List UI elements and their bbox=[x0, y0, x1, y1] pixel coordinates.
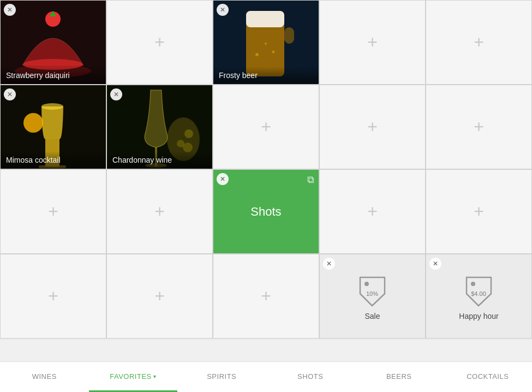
cell-label-r1c0: Mimosa cocktail bbox=[1, 151, 106, 169]
grid-cell-r0c4[interactable]: + bbox=[426, 0, 532, 85]
grid-cell-r3c2[interactable]: + bbox=[213, 254, 319, 338]
close-btn-r3c3[interactable]: ✕ bbox=[323, 258, 335, 270]
nav-label-wines: WINES bbox=[32, 372, 57, 381]
svg-point-23 bbox=[364, 282, 369, 286]
close-btn-r1c1[interactable]: ✕ bbox=[110, 88, 122, 100]
plus-icon-r0c1: + bbox=[154, 32, 165, 52]
discount-label-r3c4: Happy hour bbox=[459, 312, 498, 320]
close-btn-r0c2[interactable]: ✕ bbox=[217, 4, 229, 16]
svg-point-9 bbox=[265, 43, 267, 45]
plus-icon-r2c1: + bbox=[154, 201, 165, 222]
grid-cell-r3c4[interactable]: ✕ $4.00 Happy hour bbox=[426, 254, 532, 338]
plus-icon-r3c1: + bbox=[154, 286, 165, 306]
grid-container: ✕Strawberry daiquiri+ ✕Frosty beer++ ✕Mi… bbox=[0, 0, 532, 340]
nav-label-favorites: FAVORITES bbox=[110, 372, 152, 381]
plus-icon-r3c0: + bbox=[48, 286, 58, 306]
grid-cell-r2c4[interactable]: + bbox=[426, 169, 532, 254]
discount-label-r3c3: Sale bbox=[364, 312, 380, 320]
close-btn-r2c2[interactable]: ✕ bbox=[217, 173, 229, 185]
svg-point-14 bbox=[41, 103, 63, 110]
shots-label: Shots bbox=[250, 205, 281, 219]
svg-point-10 bbox=[272, 51, 275, 54]
grid-cell-r2c0[interactable]: + bbox=[0, 169, 106, 254]
grid-cell-r1c3[interactable]: + bbox=[319, 85, 426, 169]
grid-cell-r1c2[interactable]: + bbox=[213, 85, 319, 169]
nav-item-favorites[interactable]: FAVORITES▾ bbox=[89, 362, 178, 392]
grid-cell-r0c3[interactable]: + bbox=[319, 0, 426, 85]
plus-icon-r0c4: + bbox=[474, 32, 484, 52]
tag-icon-r3c3: 10% bbox=[355, 272, 390, 307]
cell-label-r1c1: Chardonnay wine bbox=[107, 151, 212, 169]
svg-text:$4.00: $4.00 bbox=[471, 290, 486, 297]
grid-cell-r0c2[interactable]: ✕Frosty beer bbox=[213, 0, 319, 85]
grid-cell-r3c0[interactable]: + bbox=[0, 254, 106, 338]
bottom-nav: WINESFAVORITES▾SPIRITSSHOTSBEERSCOCKTAIL… bbox=[0, 361, 532, 392]
svg-point-25 bbox=[471, 282, 475, 286]
copy-icon[interactable]: ⧉ bbox=[307, 174, 314, 186]
plus-icon-r0c3: + bbox=[367, 32, 378, 52]
nav-item-beers[interactable]: BEERS bbox=[355, 362, 444, 392]
nav-item-wines[interactable]: WINES bbox=[0, 362, 89, 392]
svg-point-8 bbox=[255, 53, 259, 56]
grid-cell-r2c1[interactable]: + bbox=[106, 169, 213, 254]
close-btn-r1c0[interactable]: ✕ bbox=[4, 88, 16, 100]
nav-label-cocktails: COCKTAILS bbox=[467, 372, 509, 381]
svg-point-15 bbox=[23, 113, 43, 133]
grid-cell-r0c0[interactable]: ✕Strawberry daiquiri bbox=[0, 0, 106, 85]
plus-icon-r2c4: + bbox=[474, 201, 484, 222]
plus-icon-r2c3: + bbox=[367, 201, 378, 222]
tag-icon-r3c4: $4.00 bbox=[461, 272, 497, 307]
svg-rect-6 bbox=[246, 11, 284, 27]
grid-cell-r3c1[interactable]: + bbox=[106, 254, 213, 338]
nav-label-shots: SHOTS bbox=[297, 372, 323, 381]
grid-cell-r1c1[interactable]: ✕Chardonnay wine bbox=[106, 85, 213, 169]
dropdown-arrow-icon: ▾ bbox=[153, 373, 157, 379]
close-btn-r3c4[interactable]: ✕ bbox=[429, 258, 441, 270]
grid-cell-r2c2[interactable]: ✕⧉Shots bbox=[213, 169, 319, 254]
svg-text:10%: 10% bbox=[366, 290, 378, 297]
plus-icon-r1c2: + bbox=[261, 117, 271, 137]
grid-cell-r1c0[interactable]: ✕Mimosa cocktail bbox=[0, 85, 106, 169]
nav-item-shots[interactable]: SHOTS bbox=[266, 362, 355, 392]
cell-label-r0c0: Strawberry daiquiri bbox=[1, 67, 106, 84]
plus-icon-r1c3: + bbox=[367, 117, 378, 137]
grid-cell-r1c4[interactable]: + bbox=[426, 85, 532, 169]
plus-icon-r3c2: + bbox=[261, 286, 271, 306]
plus-icon-r2c0: + bbox=[48, 201, 58, 222]
grid-cell-r2c3[interactable]: + bbox=[319, 169, 426, 254]
svg-rect-7 bbox=[284, 27, 294, 44]
plus-icon-r1c4: + bbox=[474, 117, 484, 137]
grid-cell-r0c1[interactable]: + bbox=[106, 0, 213, 85]
nav-item-spirits[interactable]: SPIRITS bbox=[177, 362, 266, 392]
nav-label-beers: BEERS bbox=[386, 372, 412, 381]
cell-label-r0c2: Frosty beer bbox=[213, 67, 319, 84]
nav-label-spirits: SPIRITS bbox=[207, 372, 236, 381]
nav-item-cocktails[interactable]: COCKTAILS bbox=[444, 362, 533, 392]
close-btn-r0c0[interactable]: ✕ bbox=[4, 4, 16, 16]
grid-cell-r3c3[interactable]: ✕ 10% Sale bbox=[319, 254, 426, 338]
svg-point-20 bbox=[184, 129, 193, 138]
